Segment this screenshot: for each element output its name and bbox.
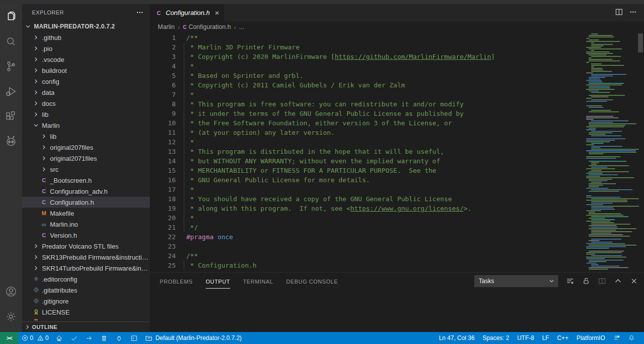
code-line[interactable]: 10 * the Free Software Foundation, eithe… <box>150 118 585 128</box>
breadcrumb-item[interactable]: Marlin <box>158 23 175 30</box>
split-editor-icon[interactable] <box>615 8 623 18</box>
problems-status[interactable]: 0 0 <box>18 332 51 344</box>
feedback-icon[interactable] <box>609 332 624 344</box>
outline-section-header[interactable]: OUTLINE <box>22 322 150 332</box>
code-line[interactable]: 23 <box>150 242 585 251</box>
tree-item-configuration-adv-h[interactable]: CConfiguration_adv.h <box>22 186 150 197</box>
line-number[interactable]: 2 <box>150 42 176 52</box>
pio-plug-icon[interactable] <box>111 332 126 344</box>
tree-item--bootscreen-h[interactable]: C_Bootscreen.h <box>22 175 150 186</box>
pio-home-icon[interactable] <box>51 332 66 344</box>
editor-more-actions-icon[interactable] <box>629 8 637 18</box>
tree-item-buildroot[interactable]: buildroot <box>22 65 150 76</box>
tree-item--gitattributes[interactable]: .gitattributes <box>22 285 150 296</box>
line-number[interactable]: 12 <box>150 137 176 147</box>
tab-configuration-h[interactable]: C Configuration.h × <box>150 4 224 21</box>
pio-project-env[interactable]: Default (Marlin-Predator-2.0.7.2) <box>141 332 246 344</box>
activity-search-icon[interactable] <box>0 29 22 54</box>
line-number[interactable]: 6 <box>150 80 176 90</box>
breadcrumb-item[interactable]: ... <box>239 23 244 30</box>
tree-item-predator-volcano-stl-files[interactable]: Predator Volcano STL files <box>22 241 150 252</box>
tree-item-config[interactable]: config <box>22 76 150 87</box>
code-line[interactable]: 12 * <box>150 137 585 147</box>
status-cursor-position[interactable]: Ln 47, Col 36 <box>435 332 478 344</box>
tree-item--gitignore[interactable]: .gitignore <box>22 296 150 307</box>
line-number[interactable]: 9 <box>150 109 176 118</box>
tree-item-docs[interactable]: docs <box>22 98 150 109</box>
tree-item--github[interactable]: .github <box>22 32 150 43</box>
code-line[interactable]: 18 * You should have received a copy of … <box>150 194 585 204</box>
code-line[interactable]: 25 * Configuration.h <box>150 261 585 270</box>
activity-account-icon[interactable] <box>0 279 22 304</box>
line-number[interactable]: 14 <box>150 156 176 166</box>
line-number[interactable]: 4 <box>150 61 176 71</box>
minimap[interactable] <box>585 32 637 272</box>
tree-item-marlin-ino[interactable]: ∞Marlin.ino <box>22 219 150 230</box>
tree-item-lib[interactable]: lib <box>22 109 150 120</box>
tree-item-skr14turboprebuild-firmware-instr-[interactable]: SKR14TurboPrebuild Firmware&instr... <box>22 263 150 274</box>
code-line[interactable]: 4 * <box>150 61 585 71</box>
tree-item-src[interactable]: src <box>22 164 150 175</box>
code-line[interactable]: 15 * MERCHANTABILITY or FITNESS FOR A PA… <box>150 166 585 175</box>
code-line[interactable]: 13 * This program is distributed in the … <box>150 147 585 156</box>
panel-tab-output[interactable]: OUTPUT <box>206 274 230 289</box>
pio-terminal-icon[interactable] <box>126 332 141 344</box>
line-number[interactable]: 5 <box>150 71 176 80</box>
scrollbar-thumb[interactable] <box>638 33 643 52</box>
output-channel-select[interactable]: Tasks <box>474 275 558 287</box>
code-line[interactable]: 24/** <box>150 251 585 261</box>
activity-platformio-icon[interactable] <box>0 129 22 154</box>
line-number[interactable]: 7 <box>150 90 176 99</box>
tree-item--pio[interactable]: .pio <box>22 43 150 54</box>
pio-trash-icon[interactable] <box>96 332 111 344</box>
tree-item-marlin-predator-2-0-7-2[interactable]: MARLIN-PREDATOR-2.0.7.2 <box>22 21 150 32</box>
code-editor[interactable]: 1/**2 * Marlin 3D Printer Firmware3 * Co… <box>150 32 585 272</box>
code-line[interactable]: 20 * <box>150 213 585 223</box>
code-line[interactable]: 7 * <box>150 90 585 99</box>
comment-link[interactable]: https://www.gnu.org/licenses/ <box>350 205 464 212</box>
remote-indicator[interactable]: >< <box>0 332 18 344</box>
line-number[interactable]: 19 <box>150 204 176 213</box>
tree-item-makefile[interactable]: MMakefile <box>22 208 150 219</box>
tree-item-license[interactable]: LICENSE <box>22 307 150 318</box>
line-number[interactable]: 3 <box>150 52 176 61</box>
tree-item-original2071files[interactable]: original2071files <box>22 153 150 164</box>
line-number[interactable]: 1 <box>150 33 176 42</box>
tree-item--vscode[interactable]: .vscode <box>22 54 150 65</box>
pio-check-icon[interactable] <box>66 332 81 344</box>
code-line[interactable]: 6 * Copyright (c) 2011 Camiel Gubbels / … <box>150 80 585 90</box>
activity-extensions-icon[interactable] <box>0 104 22 129</box>
tree-item-lib[interactable]: lib <box>22 131 150 142</box>
lock-scrolling-icon[interactable] <box>582 277 590 285</box>
explorer-more-actions-icon[interactable] <box>136 8 144 16</box>
tab-close-icon[interactable]: × <box>215 8 219 17</box>
code-line[interactable]: 16 * GNU General Public License for more… <box>150 175 585 185</box>
line-number[interactable]: 11 <box>150 128 176 137</box>
code-line[interactable]: 17 * <box>150 185 585 194</box>
line-number[interactable]: 21 <box>150 223 176 232</box>
line-number[interactable]: 15 <box>150 166 176 175</box>
status-platformio-home[interactable]: PlatformIO <box>573 332 609 344</box>
tree-item-original207files[interactable]: original207files <box>22 142 150 153</box>
code-line[interactable]: 5 * Based on Sprinter and grbl. <box>150 71 585 80</box>
line-number[interactable]: 8 <box>150 99 176 109</box>
code-line[interactable]: 14 * but WITHOUT ANY WARRANTY; without e… <box>150 156 585 166</box>
tree-item-skr13prebuild-firmware-instructions[interactable]: SKR13Prebuild Firmware&instructions <box>22 252 150 263</box>
line-number[interactable]: 22 <box>150 232 176 242</box>
code-line[interactable]: 21 */ <box>150 223 585 232</box>
activity-settings-icon[interactable] <box>0 304 22 329</box>
tree-item-marlin[interactable]: Marlin <box>22 120 150 131</box>
code-line[interactable]: 11 * (at your option) any later version. <box>150 128 585 137</box>
line-number[interactable]: 16 <box>150 175 176 185</box>
code-line[interactable]: 19 * along with this program. If not, se… <box>150 204 585 213</box>
line-number[interactable]: 13 <box>150 147 176 156</box>
activity-source-control-icon[interactable] <box>0 54 22 79</box>
line-number[interactable]: 17 <box>150 185 176 194</box>
status-indentation[interactable]: Spaces: 2 <box>479 332 513 344</box>
code-line[interactable]: 1/** <box>150 33 585 42</box>
activity-run-debug-icon[interactable] <box>0 79 22 104</box>
split-panel-icon[interactable] <box>598 277 606 285</box>
breadcrumb-item[interactable]: CConfiguration.h <box>183 23 231 30</box>
tree-item--editorconfig[interactable]: .editorconfig <box>22 274 150 285</box>
code-line[interactable]: 22#pragma once <box>150 232 585 242</box>
